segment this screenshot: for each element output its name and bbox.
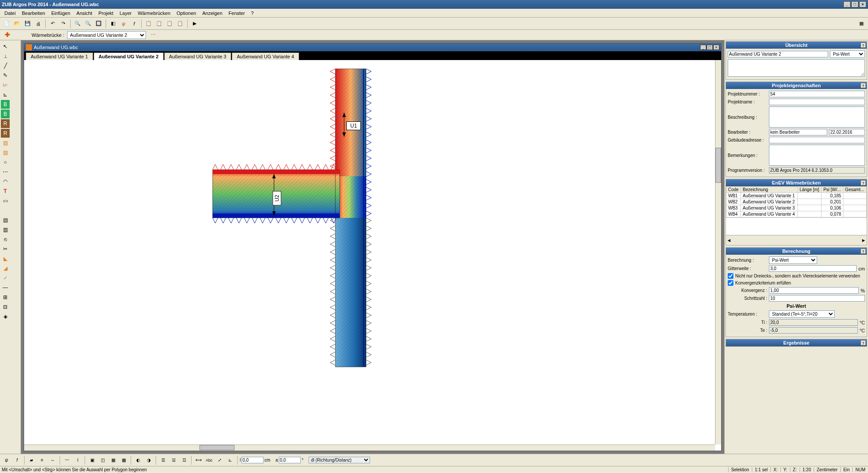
report2-icon[interactable]: 📋 <box>154 19 164 28</box>
doc-minimize[interactable]: _ <box>700 45 706 50</box>
tool4-icon[interactable]: ◢ <box>1 264 10 273</box>
extra2-icon[interactable]: ◑ <box>144 455 153 465</box>
uebersicht-metric[interactable]: Psi-Wert <box>830 50 865 58</box>
gitter-input[interactable] <box>769 265 857 272</box>
report3-icon[interactable]: 📋 <box>165 19 174 28</box>
psi-icon[interactable]: ψ <box>119 19 128 28</box>
help-icon[interactable]: ? <box>861 180 866 185</box>
add-icon[interactable]: ✚ <box>4 31 11 39</box>
surf2-icon[interactable]: ◫ <box>98 455 107 465</box>
bars-icon[interactable]: ≡ <box>37 455 47 465</box>
konvergenz-input[interactable] <box>769 287 859 294</box>
cube-icon[interactable]: ◧ <box>108 19 118 28</box>
grid-icon[interactable]: ▦ <box>857 19 866 28</box>
doc-close[interactable]: × <box>713 45 719 50</box>
text-icon[interactable]: T <box>1 187 10 196</box>
measure-icon[interactable]: ⟂ <box>1 52 10 60</box>
tab-variante-4[interactable]: Außenwand UG Variante 4 <box>232 53 299 60</box>
layer2-icon[interactable]: ▥ <box>1 225 10 234</box>
r-brown-icon[interactable]: R <box>1 119 10 128</box>
bearbeiter-input[interactable] <box>769 129 827 135</box>
help-icon[interactable]: ? <box>861 249 866 254</box>
tool2-icon[interactable]: ✂ <box>1 245 10 253</box>
konvergenz-checkbox[interactable] <box>728 280 733 286</box>
table-row[interactable]: WB1Außenwand UG Variante 10,185 <box>726 193 867 199</box>
berechnung-select[interactable]: Psi-Wert <box>769 256 817 264</box>
fx-icon[interactable]: f <box>129 19 139 28</box>
help-icon[interactable]: ? <box>861 83 866 88</box>
line-icon[interactable]: ╱ <box>1 61 10 70</box>
tab-variante-2[interactable]: Außenwand UG Variante 2 <box>94 53 164 60</box>
surf3-icon[interactable]: ▦ <box>108 455 118 465</box>
tool9-icon[interactable]: ◈ <box>1 312 10 321</box>
beschreibung-input[interactable] <box>769 107 865 128</box>
mode-select[interactable]: dl (Richtung/Distanz) <box>309 457 370 463</box>
menu-datei[interactable]: Datei <box>2 10 18 17</box>
zoom-fit-icon[interactable]: 🔲 <box>94 19 103 28</box>
hatch2-icon[interactable]: ▨ <box>1 148 10 157</box>
vertical-scrollbar[interactable] <box>715 60 721 445</box>
circle-icon[interactable]: ○ <box>1 158 10 167</box>
menu-optionen[interactable]: Optionen <box>174 10 199 17</box>
schritt-input[interactable] <box>769 295 865 302</box>
list1-icon[interactable]: ☰ <box>158 455 168 465</box>
redo-icon[interactable]: ↷ <box>58 19 68 28</box>
close-button[interactable]: × <box>859 1 866 7</box>
tab-variante-3[interactable]: Außenwand UG Variante 3 <box>164 53 231 60</box>
tool3-icon[interactable]: ◣ <box>1 254 10 263</box>
minimize-button[interactable]: _ <box>843 1 850 7</box>
menu-anzeigen[interactable]: Anzeigen <box>199 10 225 17</box>
tool6-icon[interactable]: — <box>1 283 10 292</box>
r-brown2-icon[interactable]: R <box>1 129 10 138</box>
layer1-icon[interactable]: ▤ <box>1 216 10 224</box>
open-icon[interactable]: 📂 <box>12 19 22 28</box>
report4-icon[interactable]: 📋 <box>175 19 185 28</box>
doc-maximize[interactable]: □ <box>707 45 713 50</box>
temperaturen-select[interactable]: Standard (Te=-5°,Ti=20 <box>769 310 835 318</box>
dim-icon[interactable]: ⟷ <box>194 455 203 465</box>
dim1-icon[interactable]: ↔ <box>48 455 57 465</box>
dots-icon[interactable]: ⋯ <box>1 167 10 176</box>
projektname-input[interactable] <box>769 99 865 105</box>
surf4-icon[interactable]: ▩ <box>119 455 128 465</box>
save-icon[interactable]: 💾 <box>23 19 32 28</box>
hatch-icon[interactable]: ▨ <box>1 139 10 147</box>
menu-einfuegen[interactable]: Einfügen <box>49 10 73 17</box>
a-input[interactable] <box>279 457 301 463</box>
waermebruecke-select[interactable]: Außenwand UG Variante 2 <box>67 31 146 39</box>
props-icon[interactable]: ⋯ <box>149 30 158 40</box>
print-icon[interactable]: 🖨 <box>33 19 43 28</box>
u1-tool-icon[interactable]: U↑ <box>1 81 10 89</box>
l-input[interactable] <box>242 457 263 463</box>
f-bottom-icon[interactable]: f <box>12 455 22 465</box>
projektnummer-input[interactable] <box>769 91 865 97</box>
list2-icon[interactable]: ☱ <box>169 455 178 465</box>
angle-icon[interactable]: ⊾ <box>1 90 10 99</box>
pointer-icon[interactable]: ↖ <box>1 42 10 51</box>
menu-help[interactable]: ? <box>249 10 256 17</box>
help-icon[interactable]: ? <box>861 340 866 345</box>
gradient-icon[interactable]: ▰ <box>27 455 36 465</box>
scroll-left-icon[interactable]: ◄ <box>726 235 732 245</box>
b-green2-icon[interactable]: B <box>1 110 10 118</box>
extra1-icon[interactable]: ◐ <box>133 455 143 465</box>
tool7-icon[interactable]: ⊞ <box>1 293 10 302</box>
menu-layer[interactable]: Layer <box>117 10 135 17</box>
table-row[interactable]: WB4Außenwand UG Variante 40,078 <box>726 211 867 217</box>
b-green-icon[interactable]: B <box>1 100 10 109</box>
dim2-icon[interactable]: ⤢ <box>215 455 224 465</box>
lines-icon[interactable]: 〰 <box>62 455 72 465</box>
zoom-window-icon[interactable]: 🔍 <box>73 19 82 28</box>
menu-projekt[interactable]: Projekt <box>96 10 116 17</box>
surf1-icon[interactable]: ▣ <box>87 455 97 465</box>
psi-bottom-icon[interactable]: ψ <box>2 455 11 465</box>
tool5-icon[interactable]: ⟋ <box>1 274 10 282</box>
vierecks-checkbox[interactable] <box>728 273 733 279</box>
table-row[interactable]: WB3Außenwand UG Variante 30,106 <box>726 205 867 211</box>
uebersicht-text[interactable] <box>728 59 865 77</box>
dim3-icon[interactable]: ⊾ <box>225 455 235 465</box>
scroll-right-icon[interactable]: ► <box>861 235 867 245</box>
horizontal-scrollbar[interactable] <box>24 445 715 451</box>
menu-waermebruecken[interactable]: Wärmebrücken <box>135 10 173 17</box>
zoom-out-icon[interactable]: 🔍 <box>83 19 93 28</box>
